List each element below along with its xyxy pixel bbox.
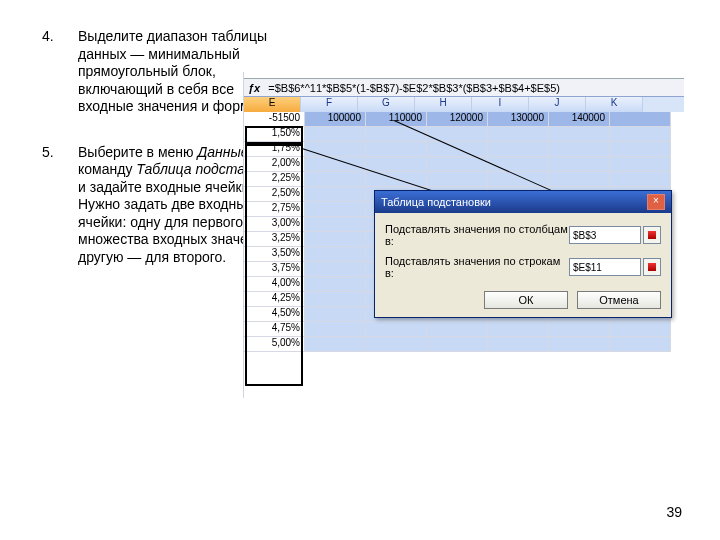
cell[interactable] — [488, 337, 549, 352]
cell[interactable] — [610, 127, 671, 142]
cell[interactable] — [549, 157, 610, 172]
cell[interactable] — [549, 172, 610, 187]
col-header[interactable]: K — [586, 97, 643, 113]
cell[interactable] — [427, 337, 488, 352]
col-header[interactable]: H — [415, 97, 472, 113]
cell[interactable] — [366, 337, 427, 352]
col-header[interactable]: G — [358, 97, 415, 113]
dialog-title: Таблица подстановки — [381, 196, 491, 208]
cell[interactable] — [305, 187, 366, 202]
cell[interactable] — [549, 337, 610, 352]
cell[interactable] — [488, 322, 549, 337]
cell[interactable] — [610, 337, 671, 352]
cell[interactable] — [549, 142, 610, 157]
ok-button[interactable]: ОК — [484, 291, 568, 309]
cell[interactable] — [366, 322, 427, 337]
cell[interactable]: 120000 — [427, 112, 488, 127]
dlg-row2-label: Подставлять значения по строкам в: — [385, 255, 569, 279]
cell[interactable] — [610, 112, 671, 127]
cell[interactable] — [366, 142, 427, 157]
cell[interactable] — [610, 142, 671, 157]
step-number: 4. — [42, 28, 54, 46]
cell[interactable] — [610, 322, 671, 337]
formula-value: =$B$6*^11*$B$5*(1-$B$7)-$E$2*$B$3*($B$3+… — [264, 82, 560, 94]
cell[interactable] — [305, 277, 366, 292]
cell[interactable] — [610, 172, 671, 187]
cell[interactable] — [305, 322, 366, 337]
dialog-titlebar[interactable]: Таблица подстановки × — [375, 191, 671, 213]
cell[interactable] — [610, 157, 671, 172]
cell[interactable] — [427, 322, 488, 337]
ref-picker-icon[interactable] — [643, 258, 661, 276]
close-icon[interactable]: × — [647, 194, 665, 210]
cell[interactable] — [305, 172, 366, 187]
fx-icon: ƒx — [244, 82, 264, 94]
ref-picker-icon[interactable] — [643, 226, 661, 244]
col-header[interactable]: J — [529, 97, 586, 113]
cell[interactable] — [305, 202, 366, 217]
page-number: 39 — [666, 504, 682, 520]
cell[interactable] — [549, 322, 610, 337]
cell[interactable]: 100000 — [305, 112, 366, 127]
cell[interactable] — [305, 217, 366, 232]
formula-bar: ƒx =$B$6*^11*$B$5*(1-$B$7)-$E$2*$B$3*($B… — [244, 78, 684, 98]
dlg-row1-label: Подставлять значения по столбцам в: — [385, 223, 569, 247]
cell[interactable] — [305, 262, 366, 277]
col-header[interactable]: E — [244, 97, 301, 113]
cell[interactable]: -51500 — [244, 112, 305, 127]
annotation-box-leftcol — [245, 142, 303, 386]
cell[interactable] — [488, 127, 549, 142]
cell[interactable] — [305, 142, 366, 157]
cell[interactable] — [305, 307, 366, 322]
cell[interactable] — [366, 157, 427, 172]
dlg-row2-input[interactable] — [569, 258, 641, 276]
dialog-data-table: Таблица подстановки × Подставлять значен… — [374, 190, 672, 318]
col-header[interactable]: F — [301, 97, 358, 113]
cell[interactable] — [305, 127, 366, 142]
dlg-row1-input[interactable] — [569, 226, 641, 244]
step-number: 5. — [42, 144, 54, 162]
cell[interactable]: 110000 — [366, 112, 427, 127]
cell[interactable] — [305, 232, 366, 247]
cell[interactable] — [488, 157, 549, 172]
cell[interactable] — [305, 247, 366, 262]
cell[interactable] — [305, 337, 366, 352]
cancel-button[interactable]: Отмена — [577, 291, 661, 309]
cell[interactable] — [549, 127, 610, 142]
cell[interactable] — [427, 172, 488, 187]
cell[interactable]: 130000 — [488, 112, 549, 127]
cell[interactable] — [305, 292, 366, 307]
col-header[interactable]: I — [472, 97, 529, 113]
excel-screenshot: ƒx =$B$6*^11*$B$5*(1-$B$7)-$E$2*$B$3*($B… — [243, 72, 684, 398]
cell[interactable] — [366, 127, 427, 142]
cell[interactable] — [488, 142, 549, 157]
cell[interactable]: 140000 — [549, 112, 610, 127]
